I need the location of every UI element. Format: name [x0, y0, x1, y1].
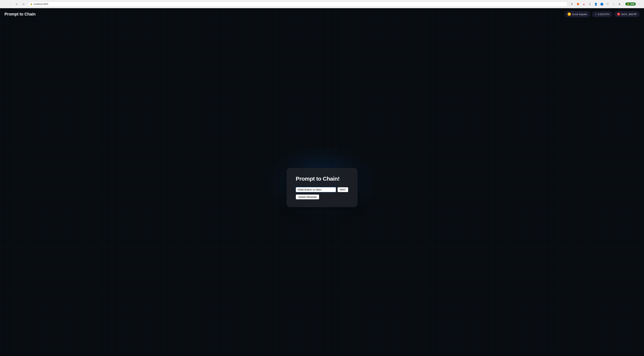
network-label: Scroll Sepolia: [572, 13, 587, 16]
card-title: Prompt to Chain!: [296, 175, 348, 182]
metamask-ext[interactable]: 🦊: [575, 2, 580, 7]
main-card: Prompt to Chain! MINT Update Metadata: [286, 168, 358, 207]
update-metadata-button[interactable]: Update Metadata: [296, 195, 319, 200]
info-ext[interactable]: ℹ: [587, 2, 592, 7]
app-logo: Prompt to Chain: [4, 12, 36, 17]
wallet-dot-icon: [617, 13, 620, 16]
browser-chrome: ‹ › ↻ ⊘ 🔒 localhost:3000 ⬆ 🦊 ▲ ℹ 👤 🔵 🛡 ♪…: [0, 0, 644, 8]
app-container: Prompt to Chain S Scroll Sepolia ◇ 0.023…: [0, 8, 644, 356]
shield-ext[interactable]: 🛡: [605, 2, 610, 7]
main-content: Prompt to Chain! MINT Update Metadata: [0, 20, 644, 355]
wallet-address-text: 0xC6...B837fF: [621, 13, 637, 16]
circle-ext[interactable]: 🔵: [599, 2, 604, 7]
scroll-network-icon: S: [568, 13, 571, 16]
input-row: MINT: [296, 187, 348, 192]
lock-icon: 🔒: [30, 3, 32, 5]
monitor-ext[interactable]: 🖥: [617, 2, 622, 7]
address-bar[interactable]: 🔒 localhost:3000: [28, 2, 568, 7]
triangle-ext[interactable]: ▲: [581, 2, 586, 7]
back-button[interactable]: ‹: [2, 2, 8, 7]
avatar-ext[interactable]: 👤: [593, 2, 598, 7]
divider: [624, 2, 624, 6]
mint-button[interactable]: MINT: [338, 187, 348, 192]
bookmark-button[interactable]: ⊘: [21, 2, 26, 7]
nav-buttons: ‹ › ↻: [2, 2, 20, 7]
network-badge[interactable]: S Scroll Sepolia: [565, 11, 590, 17]
vpn-badge: 🔒 VPN: [625, 3, 636, 6]
app-header: Prompt to Chain S Scroll Sepolia ◇ 0.023…: [0, 8, 644, 20]
eth-balance: ◇ 0.023 ETH: [592, 12, 612, 17]
music-ext[interactable]: ♪: [611, 2, 616, 7]
eth-icon: ◇: [595, 13, 597, 16]
forward-button[interactable]: ›: [8, 2, 14, 7]
browser-actions: ⬆ 🦊 ▲ ℹ 👤 🔵 🛡 ♪ 🖥 🔒 VPN ⋯: [569, 2, 642, 7]
vpn-icon: 🔒: [627, 3, 630, 5]
prompt-input[interactable]: [296, 187, 336, 192]
update-metadata-row: Update Metadata: [296, 195, 348, 200]
wallet-address[interactable]: 0xC6...B837fF: [614, 11, 640, 17]
eth-amount: 0.023 ETH: [598, 13, 609, 16]
reload-button[interactable]: ↻: [14, 2, 20, 7]
vpn-label: VPN: [630, 3, 634, 5]
url-text: localhost:3000: [34, 3, 48, 6]
menu-button[interactable]: ⋯: [636, 2, 642, 7]
header-right: S Scroll Sepolia ◇ 0.023 ETH 0xC6...B837…: [565, 11, 640, 17]
share-button[interactable]: ⬆: [569, 2, 574, 7]
